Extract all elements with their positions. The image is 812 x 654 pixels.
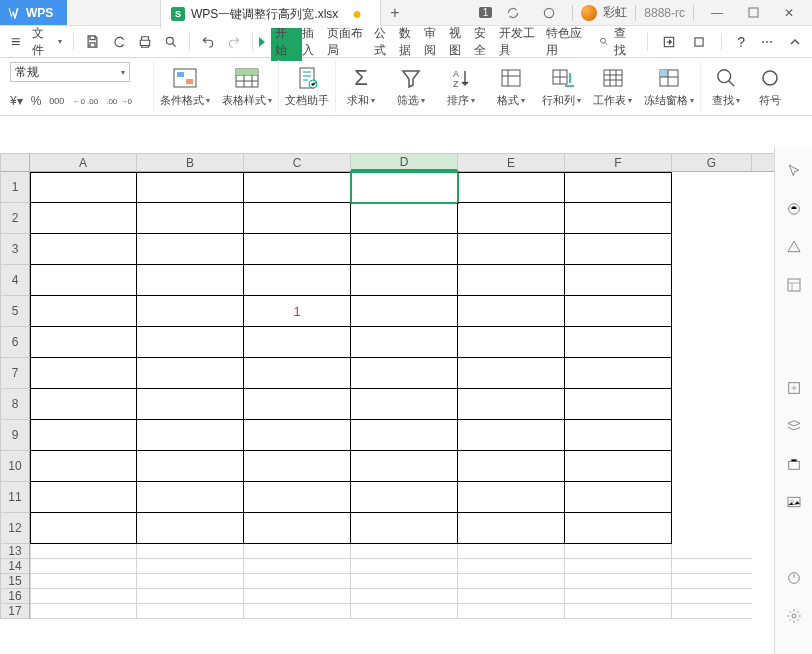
select-all-corner[interactable]	[0, 153, 30, 172]
filter-button[interactable]: 筛选▾	[386, 60, 436, 113]
cell[interactable]	[137, 172, 244, 203]
cell[interactable]	[672, 451, 752, 482]
conditional-format-button[interactable]: 条件格式▾	[154, 60, 216, 113]
cell[interactable]	[565, 327, 672, 358]
cell[interactable]	[458, 358, 565, 389]
cell[interactable]	[458, 420, 565, 451]
collapse-ribbon[interactable]	[784, 34, 806, 50]
cell[interactable]	[672, 482, 752, 513]
row-header[interactable]: 13	[0, 544, 29, 559]
cell[interactable]	[30, 544, 137, 559]
refresh-icon[interactable]	[107, 33, 131, 51]
row-header[interactable]: 7	[0, 358, 29, 389]
cell[interactable]	[458, 604, 565, 619]
cell[interactable]	[565, 513, 672, 544]
cell[interactable]	[672, 296, 752, 327]
column-header-D[interactable]: D	[351, 154, 458, 171]
cell[interactable]	[458, 172, 565, 203]
cell[interactable]	[672, 358, 752, 389]
cell[interactable]	[30, 559, 137, 574]
cell[interactable]	[351, 604, 458, 619]
cell[interactable]	[672, 574, 752, 589]
cell[interactable]	[565, 451, 672, 482]
username-label[interactable]: 彩虹	[603, 4, 627, 21]
cell[interactable]	[30, 172, 137, 203]
tab-page-layout[interactable]: 页面布局	[327, 25, 373, 59]
cell[interactable]: 1	[244, 296, 351, 327]
cell[interactable]	[351, 513, 458, 544]
row-header[interactable]: 4	[0, 265, 29, 296]
cell[interactable]	[672, 389, 752, 420]
cell[interactable]	[351, 544, 458, 559]
cell[interactable]	[137, 420, 244, 451]
cell[interactable]	[244, 327, 351, 358]
cell[interactable]	[458, 327, 565, 358]
cell[interactable]	[30, 234, 137, 265]
more-menu[interactable]: ⋯	[756, 33, 778, 51]
cell[interactable]	[458, 451, 565, 482]
sum-button[interactable]: Σ 求和▾	[336, 60, 386, 113]
column-header-G[interactable]: G	[672, 154, 752, 171]
cell[interactable]	[565, 358, 672, 389]
cell[interactable]	[672, 203, 752, 234]
cell[interactable]	[30, 389, 137, 420]
cell[interactable]	[244, 389, 351, 420]
number-format-select[interactable]: 常规▾	[10, 62, 130, 82]
thousands-button[interactable]: 000	[49, 96, 64, 106]
currency-button[interactable]: ¥▾	[10, 94, 23, 108]
cell[interactable]	[565, 604, 672, 619]
cell[interactable]	[30, 604, 137, 619]
cell[interactable]	[565, 203, 672, 234]
find-button[interactable]: 查找	[594, 23, 637, 61]
new-tab-button[interactable]: +	[381, 0, 409, 27]
cell[interactable]	[351, 389, 458, 420]
cell[interactable]	[565, 574, 672, 589]
cell[interactable]	[137, 265, 244, 296]
cell[interactable]	[137, 513, 244, 544]
cell[interactable]	[672, 559, 752, 574]
column-header-E[interactable]: E	[458, 154, 565, 171]
tab-dev-tools[interactable]: 开发工具	[499, 25, 545, 59]
row-header[interactable]: 10	[0, 451, 29, 482]
cell[interactable]	[565, 296, 672, 327]
cell[interactable]	[137, 296, 244, 327]
cell[interactable]	[565, 265, 672, 296]
tab-data[interactable]: 数据	[399, 25, 422, 59]
cell[interactable]	[672, 604, 752, 619]
toolbox-icon[interactable]	[784, 454, 804, 474]
cell[interactable]	[137, 544, 244, 559]
cell[interactable]	[565, 589, 672, 604]
row-header[interactable]: 8	[0, 389, 29, 420]
cell[interactable]	[351, 327, 458, 358]
column-header-F[interactable]: F	[565, 154, 672, 171]
shape-icon[interactable]	[784, 237, 804, 257]
row-header[interactable]: 3	[0, 234, 29, 265]
row-header[interactable]: 15	[0, 574, 29, 589]
cell[interactable]	[672, 234, 752, 265]
cell[interactable]	[351, 589, 458, 604]
cell[interactable]	[244, 420, 351, 451]
cell[interactable]	[30, 203, 137, 234]
cell[interactable]	[351, 482, 458, 513]
tab-security[interactable]: 安全	[474, 25, 497, 59]
column-header-A[interactable]: A	[30, 154, 137, 171]
cells-grid[interactable]: 1	[30, 172, 774, 654]
table-style-button[interactable]: 表格样式▾	[216, 60, 279, 113]
row-header[interactable]: 5	[0, 296, 29, 327]
cell[interactable]	[672, 420, 752, 451]
settings-gear-icon[interactable]	[784, 606, 804, 626]
row-header[interactable]: 16	[0, 589, 29, 604]
cell[interactable]	[565, 389, 672, 420]
tab-special[interactable]: 特色应用	[546, 25, 592, 59]
cell[interactable]	[351, 358, 458, 389]
cell[interactable]	[458, 203, 565, 234]
doc-helper-button[interactable]: 文档助手	[279, 60, 336, 113]
cell[interactable]	[458, 589, 565, 604]
cell[interactable]	[30, 482, 137, 513]
symbol-button[interactable]: 符号	[751, 60, 789, 113]
cell[interactable]	[244, 172, 351, 203]
cell[interactable]	[565, 559, 672, 574]
percent-button[interactable]: %	[31, 94, 42, 108]
cell[interactable]	[672, 172, 752, 203]
cell[interactable]	[672, 544, 752, 559]
